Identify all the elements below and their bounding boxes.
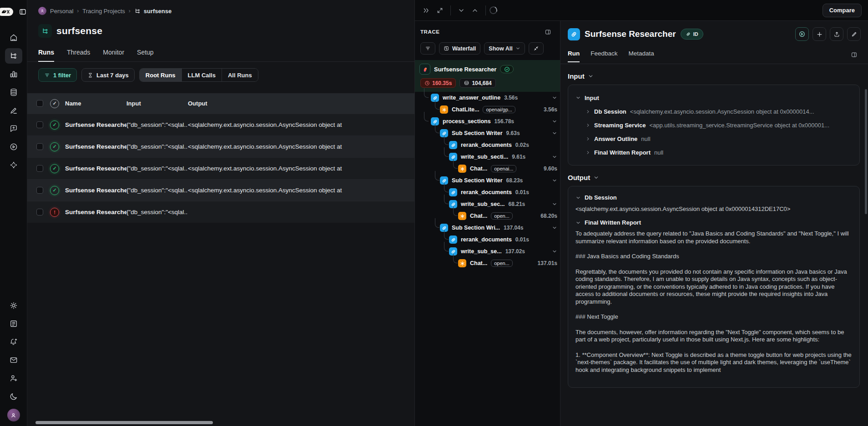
fullscreen-icon[interactable]	[433, 4, 447, 17]
deployments-icon[interactable]	[5, 157, 22, 173]
playground-icon[interactable]	[5, 139, 22, 155]
select-all-checkbox[interactable]	[36, 100, 43, 107]
vertical-scrollbar[interactable]	[865, 89, 867, 214]
breadcrumb-tracing-projects[interactable]: Tracing Projects	[82, 8, 125, 15]
column-output[interactable]: Output	[188, 100, 414, 107]
chevron-down-icon[interactable]	[552, 201, 557, 207]
column-input[interactable]: Input	[126, 100, 188, 107]
segment-root-runs[interactable]: Root Runs	[140, 69, 182, 81]
trace-root-run[interactable]: Surfsense Researcher 160.35s	[415, 60, 560, 92]
chevron-down-icon[interactable]	[552, 154, 557, 160]
chevron-down-icon[interactable]	[552, 178, 557, 183]
input-group-row[interactable]: Input	[575, 91, 852, 105]
breadcrumb-personal[interactable]: Personal	[50, 8, 73, 15]
filter-count-button[interactable]: 1 filter	[38, 68, 77, 82]
tab-setup[interactable]: Setup	[137, 49, 154, 61]
column-name[interactable]: Name	[65, 100, 126, 107]
tab-monitor[interactable]: Monitor	[103, 49, 124, 61]
row-checkbox[interactable]	[36, 165, 43, 172]
invite-user-icon[interactable]	[5, 371, 22, 386]
previous-run-icon[interactable]	[454, 4, 468, 17]
output-key-row[interactable]: Final Written Report	[575, 219, 852, 226]
table-row[interactable]: !Surfsense Researcher{"db_session":"<sql…	[27, 201, 414, 223]
compare-button[interactable]: Compare	[823, 4, 862, 17]
segment-all-runs[interactable]: All Runs	[222, 69, 258, 81]
trace-tree-item[interactable]: Sub Section Wri...137.04s	[415, 222, 560, 234]
tab-runs[interactable]: Runs	[38, 49, 54, 61]
trace-tree-item[interactable]: write_sub_sec...68.21s	[415, 198, 560, 210]
table-row[interactable]: ✓Surfsense Researcher{"db_session":"<sql…	[27, 135, 414, 157]
table-row[interactable]: ✓Surfsense Researcher{"db_session":"<sql…	[27, 157, 414, 179]
chevron-down-icon[interactable]	[575, 220, 581, 226]
chevron-down-icon[interactable]	[552, 225, 557, 231]
next-run-icon[interactable]	[468, 4, 482, 17]
output-section-heading[interactable]: Output	[568, 174, 860, 181]
row-checkbox[interactable]	[36, 209, 43, 216]
show-all-dropdown[interactable]: Show All	[484, 42, 525, 55]
dark-mode-icon[interactable]	[5, 389, 22, 404]
docs-icon[interactable]	[5, 316, 22, 331]
trace-tree-item[interactable]: rerank_documents0.01s	[415, 234, 560, 246]
annotations-icon[interactable]	[5, 103, 22, 118]
trace-tree-item[interactable]: rerank_documents0.02s	[415, 139, 560, 151]
input-kv-row[interactable]: Streaming Service<app.utils.streaming_se…	[585, 118, 852, 132]
trace-tree-item[interactable]: Chat...open...137.01s	[415, 257, 560, 269]
breadcrumb-project[interactable]: surfsense	[134, 8, 172, 15]
share-button[interactable]	[830, 27, 843, 41]
datasets-icon[interactable]	[5, 85, 22, 100]
tracing-projects-icon[interactable]	[5, 48, 22, 64]
home-icon[interactable]	[5, 30, 22, 45]
collapse-all-button[interactable]	[529, 42, 544, 55]
prompts-icon[interactable]	[5, 121, 22, 136]
input-kv-row[interactable]: Final Written Reportnull	[585, 145, 852, 159]
waterfall-button[interactable]: Waterfall	[439, 42, 480, 55]
row-checkbox[interactable]	[36, 143, 43, 150]
langsmith-logo[interactable]	[0, 8, 13, 16]
tab-threads[interactable]: Threads	[67, 49, 90, 61]
mail-icon[interactable]	[5, 352, 22, 368]
output-key-row[interactable]: Db Session	[575, 194, 852, 201]
user-avatar[interactable]	[7, 409, 20, 421]
span-duration: 68.23s	[506, 177, 523, 184]
collapse-panel-icon[interactable]	[419, 4, 433, 17]
date-range-button[interactable]: Last 7 days	[81, 68, 135, 82]
dashboards-icon[interactable]	[5, 66, 22, 82]
detail-split-view-icon[interactable]	[847, 48, 861, 61]
chevron-down-icon[interactable]	[552, 130, 557, 136]
trace-tree-item[interactable]: Sub Section Writer9.63s	[415, 127, 560, 139]
input-section-heading[interactable]: Input	[568, 72, 860, 80]
chevron-right-icon[interactable]	[585, 123, 590, 128]
table-row[interactable]: ✓Surfsense Researcher{"db_session":"<sql…	[27, 179, 414, 201]
row-checkbox[interactable]	[36, 187, 43, 194]
edit-button[interactable]	[847, 27, 861, 41]
trace-tree-item[interactable]: write_sub_secti...9.61s	[415, 151, 560, 163]
chevron-down-icon[interactable]	[552, 95, 557, 100]
tab-metadata[interactable]: Metadata	[629, 50, 654, 62]
chevron-down-icon[interactable]	[552, 119, 557, 124]
run-id-pill[interactable]: ID	[681, 29, 703, 40]
notifications-icon[interactable]	[5, 334, 22, 350]
chevron-down-icon[interactable]	[552, 249, 557, 254]
trace-tree-item[interactable]: write_sub_se...137.02s	[415, 246, 560, 257]
trace-tree-item[interactable]: Sub Section Writer68.23s	[415, 175, 560, 186]
chevron-right-icon[interactable]	[585, 109, 590, 114]
tab-run[interactable]: Run	[568, 50, 580, 62]
input-kv-row[interactable]: Answer Outlinenull	[585, 132, 852, 145]
chevron-right-icon[interactable]	[585, 136, 590, 141]
trace-split-view-icon[interactable]	[541, 25, 555, 38]
workspace-avatar[interactable]	[38, 7, 46, 15]
table-row[interactable]: ✓Surfsense Researcher{"db_session":"<sql…	[27, 114, 414, 135]
tab-feedback[interactable]: Feedback	[590, 50, 617, 62]
settings-icon[interactable]	[5, 298, 22, 313]
horizontal-scrollbar[interactable]	[35, 421, 213, 424]
trace-tree-item[interactable]: ChatLite...openai/gp...3.56s	[415, 104, 560, 115]
segment-llm-calls[interactable]: LLM Calls	[182, 69, 222, 81]
trace-tree-item[interactable]: rerank_documents0.01s	[415, 186, 560, 198]
row-checkbox[interactable]	[36, 121, 43, 128]
trace-filter-button[interactable]	[420, 42, 435, 55]
input-kv-row[interactable]: Db Session<sqlalchemy.ext.asyncio.sessio…	[585, 105, 852, 118]
chevron-down-icon[interactable]	[575, 195, 581, 200]
add-to-dataset-button[interactable]	[812, 27, 826, 41]
chevron-right-icon[interactable]	[585, 150, 590, 155]
open-in-playground-button[interactable]	[795, 27, 809, 41]
